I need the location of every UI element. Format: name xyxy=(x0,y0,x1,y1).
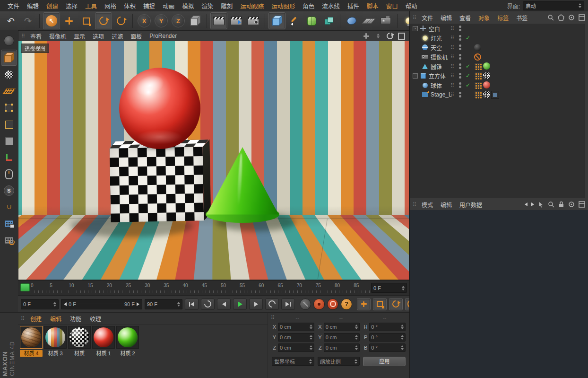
menu-help[interactable]: 帮助 xyxy=(402,1,421,10)
layer-dots-icon[interactable]: ⠿ xyxy=(450,73,459,79)
history-forward-icon[interactable] xyxy=(531,202,534,206)
sphere-object[interactable] xyxy=(119,68,200,149)
object-tree-scrollbar[interactable] xyxy=(584,24,588,198)
next-frame-button[interactable] xyxy=(249,299,263,310)
rotation-h-field[interactable]: 0 ° xyxy=(369,323,406,331)
layer-dots-icon[interactable]: ⠿ xyxy=(450,82,459,88)
current-frame-stepper[interactable] xyxy=(402,286,405,290)
pan-view-icon[interactable] xyxy=(363,33,370,40)
am-menu-mode[interactable]: 模式 xyxy=(418,201,436,209)
menu-plugins[interactable]: 插件 xyxy=(344,1,363,10)
om-menu-edit[interactable]: 编辑 xyxy=(437,14,455,22)
focus-icon[interactable] xyxy=(568,201,575,208)
menu-render[interactable]: 渲染 xyxy=(198,1,217,10)
am-menu-edit[interactable]: 编辑 xyxy=(437,201,455,209)
render-picture-viewer-button[interactable] xyxy=(228,13,244,29)
make-editable-button[interactable] xyxy=(1,33,17,48)
menu-snap[interactable]: 捕捉 xyxy=(139,1,159,10)
scale-mode-select[interactable]: 缩放比例 xyxy=(318,357,360,366)
expander-icon[interactable]: - xyxy=(413,73,418,79)
material-item[interactable]: 材质 2 xyxy=(116,326,139,357)
key-position-toggle[interactable] xyxy=(357,298,371,310)
snap-toggle-button[interactable]: ∩ xyxy=(1,200,17,215)
environment-button[interactable] xyxy=(361,13,377,29)
workplane-mode-button[interactable] xyxy=(1,84,17,99)
interface-select[interactable]: 启动 xyxy=(523,1,584,10)
viewport-menu-options[interactable]: 选项 xyxy=(89,32,107,40)
home-icon[interactable] xyxy=(558,14,564,21)
enabled-check-icon[interactable]: ✓ xyxy=(466,82,473,88)
material-menu-create[interactable]: 创建 xyxy=(26,315,45,323)
menu-window[interactable]: 窗口 xyxy=(382,1,402,10)
position-x-field[interactable]: 0 cm xyxy=(278,323,314,331)
lock-workplane-button[interactable] xyxy=(1,216,17,231)
sky-material-tag[interactable] xyxy=(474,44,481,51)
menu-volume[interactable]: 体积 xyxy=(120,1,139,10)
object-row-cone[interactable]: 圆锥 ⠿ ✓ xyxy=(410,62,588,71)
menu-select[interactable]: 选择 xyxy=(62,1,81,10)
material-menu-texture[interactable]: 纹理 xyxy=(86,315,105,323)
phong-tag[interactable] xyxy=(474,91,482,99)
lock-icon[interactable] xyxy=(558,201,564,208)
timeline-ruler[interactable]: 0 5 10 15 20 25 30 35 40 45 50 55 60 65 … xyxy=(18,280,409,296)
am-menu-userdata[interactable]: 用户数据 xyxy=(456,201,485,209)
checker-material-tag[interactable] xyxy=(483,72,490,79)
red-material-tag[interactable] xyxy=(483,81,490,88)
edges-mode-button[interactable] xyxy=(1,117,17,132)
range-left-arrow-icon[interactable] xyxy=(64,302,67,306)
visibility-dots[interactable] xyxy=(459,44,466,50)
focus-icon[interactable] xyxy=(568,14,575,21)
model-mode-button[interactable] xyxy=(1,50,17,66)
zoom-view-icon[interactable] xyxy=(374,33,381,40)
menu-pipeline[interactable]: 流水线 xyxy=(318,1,344,10)
redo-button[interactable]: ↷ xyxy=(20,13,36,29)
enabled-check-icon[interactable]: ✓ xyxy=(466,35,473,41)
key-scale-toggle[interactable] xyxy=(373,298,387,310)
goto-end-button[interactable] xyxy=(281,299,295,310)
last-tool-button[interactable] xyxy=(113,13,129,29)
visibility-dots[interactable] xyxy=(459,26,466,31)
material-menu-edit[interactable]: 编辑 xyxy=(46,315,65,323)
apply-button[interactable]: 应用 xyxy=(363,357,406,366)
live-selection-button[interactable]: ↖ xyxy=(43,12,60,29)
history-back-icon[interactable] xyxy=(525,202,527,206)
layer-dots-icon[interactable]: ⠿ xyxy=(450,26,459,32)
position-y-field[interactable]: 0 cm xyxy=(278,333,314,342)
align-workplane-button[interactable] xyxy=(1,233,17,248)
frame-end-field[interactable]: 90 F xyxy=(145,299,182,309)
panel-grip-icon[interactable]: ⠿ xyxy=(413,15,417,21)
frame-start-field[interactable]: 0 F xyxy=(21,299,59,309)
lock-x-button[interactable]: X xyxy=(136,13,152,29)
menu-character[interactable]: 角色 xyxy=(299,1,318,10)
viewport-menu-prorender[interactable]: ProRender xyxy=(146,33,180,39)
current-frame-field[interactable]: 0 F xyxy=(371,283,407,293)
menu-edit[interactable]: 编辑 xyxy=(23,1,43,10)
viewport-solo-button[interactable] xyxy=(1,167,17,182)
keyframe-record-button[interactable] xyxy=(313,299,325,310)
layer-dots-icon[interactable]: ⠿ xyxy=(450,35,459,41)
protection-tag[interactable] xyxy=(474,53,481,61)
axis-mode-button[interactable] xyxy=(1,150,17,165)
snap-settings-button[interactable]: S xyxy=(1,183,17,198)
green-material-tag[interactable] xyxy=(483,62,490,70)
play-button[interactable] xyxy=(233,299,247,310)
material-menu-function[interactable]: 功能 xyxy=(66,315,85,323)
pick-arrow-icon[interactable] xyxy=(538,202,544,208)
spline-pen-button[interactable] xyxy=(286,13,303,29)
menu-create[interactable]: 创建 xyxy=(43,1,62,10)
rotation-b-field[interactable]: 0 ° xyxy=(369,343,406,352)
enabled-check-icon[interactable]: ✓ xyxy=(466,72,473,79)
menu-animate[interactable]: 动画 xyxy=(159,1,178,10)
menu-motion-tracker[interactable]: 运动跟踪 xyxy=(236,1,268,10)
om-menu-view[interactable]: 查看 xyxy=(456,14,474,22)
coordinate-system-select[interactable]: 世界坐标 xyxy=(272,357,314,366)
menu-file[interactable]: 文件 xyxy=(4,1,23,10)
om-menu-file[interactable]: 文件 xyxy=(418,14,436,22)
material-thumbnail[interactable] xyxy=(68,326,91,349)
deformer-button[interactable] xyxy=(344,13,360,29)
scale-z-field[interactable]: 0 cm xyxy=(324,343,360,352)
primitive-cube-button[interactable] xyxy=(268,12,285,29)
object-row-cube[interactable]: - 立方体 ⠿ ✓ xyxy=(410,71,588,80)
cube-object[interactable] xyxy=(110,147,204,222)
key-rotation-toggle[interactable] xyxy=(389,298,403,310)
